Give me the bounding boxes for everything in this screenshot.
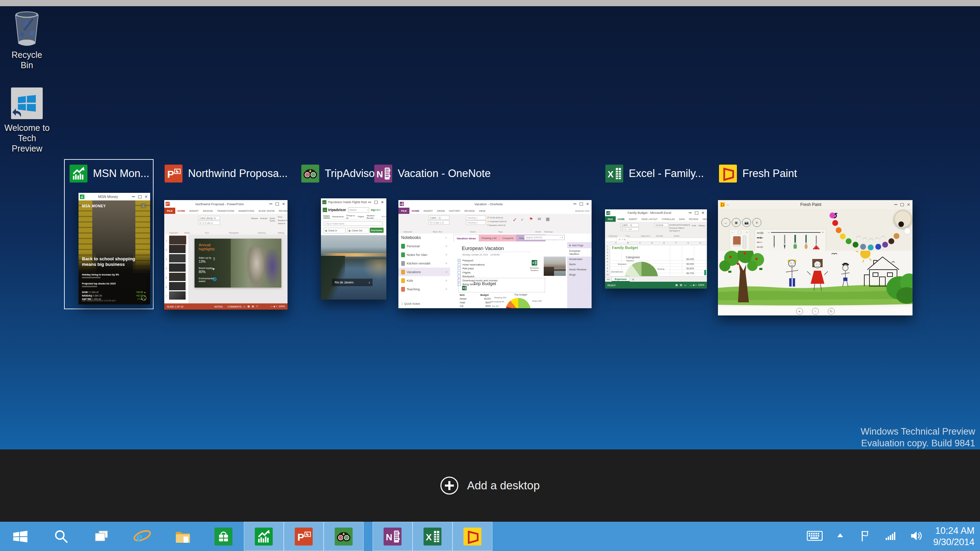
page-item: Amsterdam bbox=[567, 256, 592, 262]
close-icon: ✕ bbox=[702, 211, 705, 215]
taskbar-msn-money-running[interactable] bbox=[244, 522, 284, 551]
calendar-icon: ▦ bbox=[325, 229, 327, 232]
pp-stat3: Environmentalaward bbox=[199, 277, 214, 283]
windows-watermark: Windows Technical Preview Evaluation cop… bbox=[861, 426, 975, 449]
fp-titlebar: – Fresh Paint ✕ bbox=[718, 200, 913, 209]
fresh-paint-icon bbox=[719, 165, 737, 183]
network-signal-icon bbox=[882, 527, 899, 544]
white-color-dot bbox=[904, 228, 911, 234]
on-budget-box: Trip Budget bbox=[458, 278, 545, 292]
on-titlebar: Vacation - OneNote ✕ bbox=[398, 200, 592, 208]
desktop: Recycle Bin Welcome to Tech Preview MSN … bbox=[0, 6, 980, 449]
add-icon: + bbox=[796, 308, 803, 315]
taskview-card-onenote[interactable]: Vacation - OneNote Vacation - OneNote ✕ … bbox=[369, 160, 597, 308]
notebook-item: Personal˅ bbox=[398, 242, 450, 250]
taskbar-store[interactable] bbox=[203, 522, 244, 551]
xl-titlebar: Family Budget - Microsoft Excel ✕ bbox=[605, 209, 707, 217]
fp-eraser-panel: –+ bbox=[729, 229, 750, 251]
xl-values-column: $4,000 $3,900 $3,800 $3,700 bbox=[681, 257, 694, 276]
xl-sheet-tabs: ◂ ▸ Expenses ⊕ bbox=[605, 276, 707, 282]
powerpoint-thumbnail: Northwind Proposal - PowerPoint ✕ FILE H… bbox=[164, 200, 288, 310]
plus-icon: ⊕ bbox=[569, 244, 571, 247]
card-label-text: Vacation - OneNote bbox=[398, 167, 491, 180]
taskbar-tripadvisor-running[interactable] bbox=[324, 522, 364, 551]
taskbar-onenote-running[interactable] bbox=[372, 522, 412, 551]
touch-keyboard-button[interactable] bbox=[806, 527, 824, 546]
notebook-item: Kitchen remodel˅ bbox=[398, 259, 450, 268]
projects-folder-icon: ▣ bbox=[732, 218, 741, 227]
msn-photo: MSN MONEY ⌕ Back to school shopping mean… bbox=[78, 201, 150, 304]
flag-icon bbox=[857, 527, 873, 544]
taskview-card-excel[interactable]: Excel - Family... Family Budget - Micros… bbox=[600, 160, 713, 308]
color-dot bbox=[888, 238, 894, 244]
maximize-icon bbox=[138, 195, 142, 198]
pp-statusbar: SLIDE 1 OF 10 NOTES COMMENTS ▭ ▦ ▤ ▽ — ⬥… bbox=[164, 303, 288, 310]
find-tags-icon: ⌕ bbox=[521, 217, 523, 222]
empty-well bbox=[869, 238, 873, 243]
color-dot bbox=[853, 242, 858, 248]
notebook-item: Notes for Alan˅ bbox=[398, 250, 450, 259]
taskbar-excel-running[interactable] bbox=[412, 522, 452, 551]
minimize-icon bbox=[894, 204, 897, 205]
color-dot bbox=[894, 233, 899, 239]
search-icon: ⌕ bbox=[367, 209, 368, 212]
on-page: European Vacation Monday, October 20, 20… bbox=[450, 242, 567, 308]
color-dot bbox=[832, 220, 838, 226]
pp-ribbon-tabs: FILE HOME INSERT DESIGN TRANSITIONS ANIM… bbox=[164, 208, 288, 214]
recycle-bin-icon bbox=[13, 10, 41, 48]
taskbar-powerpoint-running[interactable] bbox=[284, 522, 324, 551]
maximize-icon bbox=[900, 203, 904, 206]
volume-button[interactable] bbox=[908, 527, 924, 546]
quick-notes: ▯Quick Notes bbox=[401, 302, 420, 306]
on-page-title: European Vacation bbox=[462, 245, 504, 251]
globe-icon: 🌐 bbox=[212, 277, 216, 281]
xl-styles-group: Conditional Formatting ▾Format as Table … bbox=[669, 223, 690, 233]
shortcut-arrow-icon bbox=[12, 107, 24, 118]
maximize-icon bbox=[695, 212, 698, 215]
msn-money-icon bbox=[70, 165, 88, 183]
msn-window-title: MSN Money bbox=[86, 194, 130, 199]
taskbar-fresh-paint-running[interactable] bbox=[452, 522, 492, 551]
window-controls: ✕ bbox=[132, 195, 148, 199]
msn-money-thumbnail: MSN Money ✕ MSN MONEY ⌕ Back to school s… bbox=[78, 193, 150, 304]
outlook-tasks-icon: ⚑ bbox=[529, 217, 533, 221]
on-pages-panel: ⊕Add Page European Vacation Amsterdam Be… bbox=[567, 242, 592, 308]
color-dot bbox=[836, 227, 842, 233]
pp-window-title: Northwind Proposal - PowerPoint bbox=[171, 202, 268, 206]
taskbar-internet-explorer[interactable] bbox=[122, 522, 162, 551]
add-desktop-band: Add a desktop bbox=[0, 449, 980, 522]
taskbar-file-explorer[interactable] bbox=[162, 522, 203, 551]
camera-icon: 📷 bbox=[742, 218, 751, 227]
taskbar-clock[interactable]: 10:24 AM 9/30/2014 bbox=[933, 525, 975, 548]
action-center-button[interactable] bbox=[857, 527, 873, 546]
add-page-button: ⊕Add Page bbox=[567, 242, 592, 248]
tripadvisor-icon bbox=[335, 527, 353, 546]
fx-icon: ✕ ✓ fx bbox=[619, 238, 626, 241]
network-button[interactable] bbox=[882, 527, 899, 546]
close-icon: ✕ bbox=[907, 203, 910, 207]
black-color-dot bbox=[898, 221, 904, 227]
clock-date: 9/30/2014 bbox=[933, 537, 975, 548]
home-icon: ⌂ bbox=[812, 308, 819, 315]
xl-half-donut bbox=[625, 262, 658, 278]
add-desktop-button[interactable]: Add a desktop bbox=[441, 477, 540, 495]
msn-story1: Holiday hiring to increase by 9% bbox=[82, 274, 119, 276]
volume-icon bbox=[908, 527, 924, 544]
search-button[interactable] bbox=[41, 522, 81, 551]
color-dot bbox=[840, 234, 846, 239]
msn-money-icon bbox=[80, 194, 84, 199]
zoom-slider: — ⬥ + 100% bbox=[690, 284, 704, 287]
show-hidden-icons-button[interactable] bbox=[833, 528, 848, 545]
color-dot bbox=[882, 242, 888, 248]
taskview-card-msn-money[interactable]: MSN Mon... MSN Money ✕ MSN MONEY ⌕ Back … bbox=[64, 159, 154, 309]
task-view-button[interactable] bbox=[81, 522, 122, 551]
taskview-card-fresh-paint[interactable]: Fresh Paint – Fresh Paint ✕ ← ▣ 📷 ≡ –+ bbox=[713, 160, 920, 318]
onenote-icon bbox=[383, 527, 401, 546]
powerpoint-icon bbox=[165, 165, 183, 183]
onenote-thumbnail: Vacation - OneNote ✕ FILE HOME INSERT DR… bbox=[398, 200, 592, 308]
start-button[interactable] bbox=[0, 522, 41, 551]
taskview-card-powerpoint[interactable]: Northwind Proposa... Northwind Proposal … bbox=[159, 160, 290, 308]
brush-set-icons bbox=[771, 234, 822, 250]
powerpoint-icon bbox=[295, 527, 313, 546]
msn-money-icon bbox=[255, 527, 273, 546]
